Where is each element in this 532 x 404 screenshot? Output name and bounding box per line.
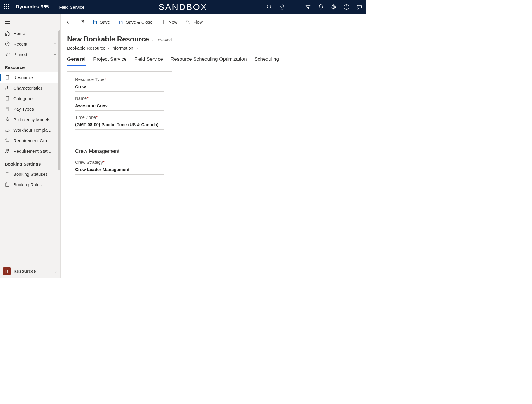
- tab-general[interactable]: General: [67, 56, 86, 66]
- tab-field-service[interactable]: Field Service: [134, 56, 163, 66]
- field-crew-strategy[interactable]: Crew Strategy* Crew Leader Management: [75, 160, 164, 175]
- sidebar-item-label: Characteristics: [13, 86, 57, 90]
- chevron-down-icon: [205, 20, 209, 24]
- sidebar-item-label: Requirement Gro...: [13, 138, 57, 143]
- sidebar-item-label: Proficiency Models: [13, 117, 57, 122]
- sidebar-item-bookingstatuses[interactable]: Booking Statuses: [0, 169, 60, 179]
- brand-title[interactable]: Dynamics 365: [16, 4, 49, 10]
- plus-icon[interactable]: [292, 4, 298, 10]
- svg-rect-12: [6, 107, 9, 111]
- save-close-icon: [118, 20, 124, 25]
- sidebar-item-label: Requirement Stat...: [13, 149, 57, 154]
- sidebar-group-booking: Booking Settings: [0, 156, 60, 169]
- flow-button[interactable]: Flow: [182, 14, 213, 30]
- sidebar-item-categories[interactable]: Categories: [0, 93, 60, 104]
- sidebar-item-label: Home: [13, 31, 57, 36]
- popout-button[interactable]: [75, 14, 88, 30]
- sidebar-item-proficiency[interactable]: Proficiency Models: [0, 114, 60, 125]
- field-value[interactable]: Awesome Crew: [75, 103, 164, 111]
- assistant-icon[interactable]: [356, 4, 362, 10]
- svg-point-6: [346, 8, 347, 8]
- record-header: New Bookable Resource - Unsaved Bookable…: [61, 30, 366, 50]
- svg-point-0: [267, 5, 271, 8]
- document-icon: [5, 106, 10, 112]
- field-name[interactable]: Name* Awesome Crew: [75, 96, 164, 111]
- sidebar-item-recent[interactable]: Recent: [0, 39, 60, 49]
- tab-project-service[interactable]: Project Service: [93, 56, 126, 66]
- global-navbar: Dynamics 365 Field Service SANDBOX: [0, 0, 366, 14]
- record-title: New Bookable Resource: [67, 35, 149, 43]
- person-icon: [5, 85, 10, 90]
- help-icon[interactable]: [344, 4, 349, 10]
- sidebar-collapse-button[interactable]: [0, 15, 60, 28]
- area-switcher-label: Resources: [13, 269, 51, 274]
- gear-icon[interactable]: [331, 4, 337, 10]
- tab-rso[interactable]: Resource Scheduling Optimization: [171, 56, 247, 66]
- app-area-name[interactable]: Field Service: [59, 5, 84, 10]
- section-crew-management: Crew Management Crew Strategy* Crew Lead…: [67, 143, 172, 181]
- field-resource-type[interactable]: Resource Type* Crew: [75, 77, 164, 92]
- global-actions: [266, 4, 362, 10]
- sidebar-item-label: Pinned: [13, 52, 53, 57]
- sidebar-item-reqstatus[interactable]: Requirement Stat...: [0, 146, 60, 156]
- required-marker: *: [87, 96, 89, 101]
- svg-rect-22: [120, 21, 121, 22]
- sidebar-group-resource: Resource: [0, 60, 60, 72]
- list-icon: [5, 138, 10, 143]
- field-value[interactable]: Crew: [75, 84, 164, 92]
- lightbulb-icon[interactable]: [279, 4, 285, 10]
- bell-icon[interactable]: [318, 4, 324, 10]
- flow-label: Flow: [193, 20, 203, 25]
- form-tabs: General Project Service Field Service Re…: [61, 50, 366, 66]
- back-button[interactable]: [63, 14, 75, 30]
- flag-icon: [5, 171, 10, 177]
- field-label: Resource Type: [75, 77, 105, 82]
- area-switcher[interactable]: R Resources: [0, 264, 60, 278]
- chevron-updown-icon: [53, 269, 58, 274]
- sidebar-item-label: Booking Rules: [13, 182, 57, 187]
- filter-icon[interactable]: [305, 4, 311, 10]
- new-button[interactable]: New: [157, 14, 182, 30]
- svg-rect-21: [94, 22, 96, 24]
- sidebar-item-reqgroups[interactable]: Requirement Gro...: [0, 135, 60, 146]
- svg-rect-11: [6, 96, 9, 100]
- save-button[interactable]: Save: [88, 14, 114, 30]
- sitemap-sidebar: Home Recent Pinned Resource Resources Ch…: [0, 14, 61, 278]
- save-close-button[interactable]: Save & Close: [114, 14, 157, 30]
- save-label: Save: [100, 20, 110, 25]
- field-value[interactable]: Crew Leader Management: [75, 167, 164, 175]
- command-bar: Save Save & Close New Flow: [61, 14, 366, 30]
- field-timezone[interactable]: Time Zone* (GMT-08:00) Pacific Time (US …: [75, 115, 164, 130]
- new-label: New: [169, 20, 177, 25]
- svg-rect-18: [6, 183, 9, 187]
- required-marker: *: [96, 115, 98, 120]
- main-content: Save Save & Close New Flow New Bookable …: [61, 14, 366, 278]
- separator-dot: [108, 46, 109, 50]
- sidebar-item-resources[interactable]: Resources: [0, 72, 60, 83]
- tab-scheduling[interactable]: Scheduling: [254, 56, 279, 66]
- svg-point-10: [6, 86, 8, 88]
- record-form-name[interactable]: Information: [111, 46, 133, 50]
- sidebar-scrollbar[interactable]: [58, 14, 60, 264]
- sidebar-item-workhour[interactable]: Workhour Templa...: [0, 125, 60, 135]
- sidebar-item-paytypes[interactable]: Pay Types: [0, 104, 60, 114]
- svg-rect-20: [94, 20, 96, 22]
- sidebar-item-characteristics[interactable]: Characteristics: [0, 83, 60, 93]
- sidebar-item-pinned[interactable]: Pinned: [0, 49, 60, 60]
- app-launcher-icon[interactable]: [4, 4, 11, 11]
- sidebar-item-bookingrules[interactable]: Booking Rules: [0, 179, 60, 190]
- environment-badge: SANDBOX: [158, 2, 207, 12]
- search-icon[interactable]: [266, 4, 272, 10]
- svg-rect-9: [6, 75, 9, 79]
- clock-icon: [5, 41, 10, 46]
- svg-point-4: [333, 6, 335, 8]
- flow-icon: [186, 20, 191, 25]
- field-label: Time Zone: [75, 115, 96, 120]
- svg-line-1: [270, 8, 272, 9]
- sidebar-item-label: Recent: [13, 41, 53, 46]
- area-badge: R: [3, 267, 11, 275]
- sidebar-item-home[interactable]: Home: [0, 28, 60, 39]
- svg-point-16: [6, 149, 7, 151]
- field-value[interactable]: (GMT-08:00) Pacific Time (US & Canada): [75, 122, 164, 130]
- sidebar-item-label: Categories: [13, 96, 57, 101]
